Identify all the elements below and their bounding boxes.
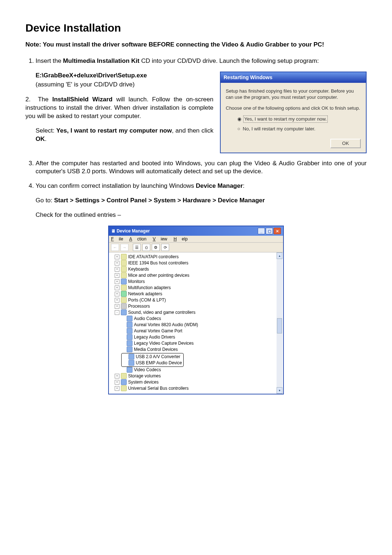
tree-item[interactable]: Media Control Devices [111,347,281,353]
device-icon [121,285,127,291]
tree-item[interactable]: +Mice and other pointing devices [111,272,281,279]
dialog-text-1: Setup has finished copying files to your… [226,88,361,101]
device-icon [121,291,127,297]
goto-path: Go to: Start > Settings > Control Panel … [36,197,367,205]
tree-item[interactable]: +Keyboards [111,266,281,272]
expand-icon[interactable]: + [115,261,119,266]
tree-item[interactable]: +Monitors [111,279,281,285]
toolbar: ← → ☰ ⎙ ⚙ ⟳ [109,243,283,252]
tree-item-label: IEEE 1394 Bus host controllers [128,260,188,266]
step-1: Insert the Multimedia Installation Kit C… [36,57,367,153]
tree-item-label: IDE ATA/ATAPI controllers [128,254,179,259]
device-icon [121,254,127,260]
device-icon [128,354,134,360]
scroll-thumb[interactable] [277,318,282,333]
device-icon [121,260,127,266]
tree-item[interactable]: Audio Codecs [111,316,281,322]
menu-help[interactable]: Help [173,236,188,242]
radio-unselected-icon: ○ [237,126,240,132]
expand-icon[interactable]: + [115,273,119,278]
radio-yes[interactable]: ◉ Yes, I want to restart my computer now… [237,116,361,123]
expand-icon[interactable]: + [115,285,119,290]
scroll-down-icon[interactable]: ▾ [277,387,282,394]
scan-icon[interactable]: ⟳ [161,244,169,251]
device-icon [127,347,132,352]
device-tree: ▴ ▾ +IDE ATA/ATAPI controllers+IEEE 1394… [109,252,283,394]
device-icon [121,303,127,309]
expand-icon[interactable]: + [115,380,119,385]
tree-item-label: Monitors [128,279,145,284]
expand-icon[interactable]: + [115,386,119,391]
device-icon [127,334,132,340]
tree-item-label: Sound, video and game controllers [128,310,195,315]
tree-item[interactable]: Video Codecs [111,367,281,373]
dialog-text-2: Choose one of the following options and … [226,105,361,112]
expand-icon[interactable]: + [115,374,119,378]
device-icon [127,328,132,334]
scroll-up-icon[interactable]: ▴ [277,252,282,259]
device-icon [127,367,132,373]
maximize-button[interactable]: ▢ [266,228,273,234]
tree-item[interactable]: +Multifunction adapters [111,285,281,291]
device-icon [121,373,127,379]
menu-view[interactable]: View [153,236,167,242]
tree-item[interactable]: USB 2.0 A/V Converter [123,354,182,360]
tree-item[interactable]: +System devices [111,379,281,385]
menu-bar: FFileile Action View Help [109,236,283,243]
tree-item[interactable]: USB EMP Audio Device [123,360,182,366]
tree-item[interactable]: -Sound, video and game controllers [111,309,281,316]
device-icon [127,340,132,346]
tree-item-label: Processors [128,304,150,309]
tree-item-label: Audio Codecs [134,316,161,321]
tree-item-label: USB EMP Audio Device [136,360,182,365]
check-text: Check for the outlined entries – [36,211,367,219]
minimize-button[interactable]: _ [258,228,265,234]
tree-item-label: Aureal Vortex 8820 Audio (WDM) [134,322,198,327]
expand-icon[interactable]: + [115,267,119,272]
tree-item[interactable]: Aureal Vortex Game Port [111,328,281,334]
tree-item[interactable]: +IEEE 1394 Bus host controllers [111,260,281,266]
step-3: After the computer has restarted and boo… [36,159,367,176]
setup-path: E:\GrabBeeX+deluxe\Driver\Setup.exe [36,72,213,80]
tree-item-label: Keyboards [128,267,149,272]
properties-icon[interactable]: ⚙ [152,244,160,251]
tree-item[interactable]: +Storage volumes [111,373,281,379]
tree-item-label: Ports (COM & LPT) [128,297,166,303]
device-icon [121,272,127,278]
ok-button[interactable]: OK [330,139,361,148]
menu-action[interactable]: Action [129,236,146,242]
expand-icon[interactable]: + [115,298,119,303]
menu-file[interactable]: FFileile [111,236,123,242]
tree-item[interactable]: +Processors [111,303,281,309]
tree-item[interactable]: Legacy Audio Drivers [111,334,281,340]
tree-item-label: Network adapters [128,291,162,296]
scrollbar[interactable]: ▴ ▾ [277,252,282,394]
monitor-icon: 🖥 [111,228,115,234]
tree-item-label: Media Control Devices [134,347,178,352]
expand-icon[interactable]: + [115,279,119,284]
tree-item[interactable]: Aureal Vortex 8820 Audio (WDM) [111,322,281,328]
tree-item[interactable]: +IDE ATA/ATAPI controllers [111,254,281,260]
tree-item-label: Aureal Vortex Game Port [134,328,182,333]
step-1-text: Insert the Multimedia Installation Kit C… [36,57,367,65]
tree-item-label: USB 2.0 A/V Converter [136,354,180,359]
tree-item[interactable]: +Network adapters [111,291,281,297]
collapse-icon[interactable]: - [115,310,119,315]
close-button[interactable]: ✕ [274,228,281,234]
device-icon [128,360,134,366]
expand-icon[interactable]: + [115,292,119,296]
tree-item[interactable]: Legacy Video Capture Devices [111,340,281,347]
device-icon [121,309,127,315]
print-icon[interactable]: ⎙ [142,244,150,251]
tree-item-label: Legacy Audio Drivers [134,335,175,340]
tree-item-label: System devices [128,380,159,385]
expand-icon[interactable]: + [115,255,119,259]
device-icon [127,316,132,321]
tree-item[interactable]: +Universal Serial Bus controllers [111,385,281,392]
tree-item-label: Multifunction adapters [128,285,171,290]
expand-icon[interactable]: + [115,304,119,309]
radio-no[interactable]: ○ No, I will restart my computer later. [237,126,361,132]
tree-view-icon[interactable]: ☰ [133,244,141,251]
forward-icon: → [121,244,128,251]
tree-item[interactable]: +Ports (COM & LPT) [111,297,281,303]
